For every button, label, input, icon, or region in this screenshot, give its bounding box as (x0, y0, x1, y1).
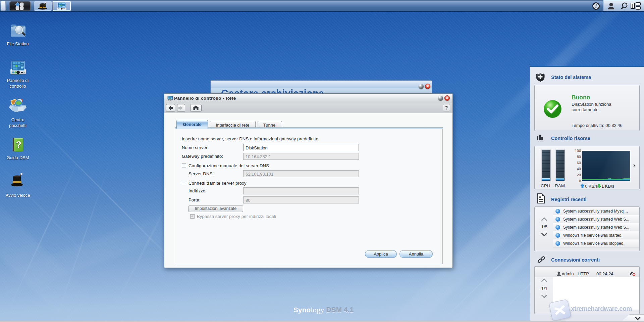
svg-text:?: ? (16, 140, 21, 150)
svg-text:i: i (595, 4, 597, 9)
